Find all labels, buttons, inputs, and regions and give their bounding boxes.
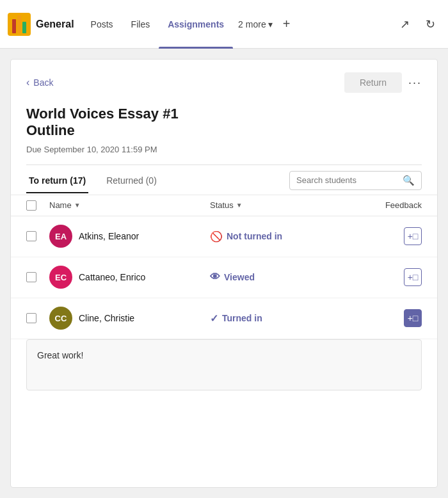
- channel-nav: Posts Files Assignments 2 more ▾ +: [82, 0, 389, 49]
- nav-action-buttons: ↗ ↻: [394, 14, 440, 35]
- expand-icon[interactable]: ↗: [394, 14, 415, 35]
- status-column-header[interactable]: Status ▼: [210, 200, 371, 210]
- table-row: CC Cline, Christie ✓ Turned in +□: [11, 298, 437, 339]
- table-row: EA Atkins, Eleanor 🚫 Not turned in +□: [11, 216, 437, 257]
- assignment-title: World Voices Essay #1 Outline: [26, 106, 422, 140]
- main-content-panel: ‹ Back Return ··· World Voices Essay #1 …: [10, 59, 438, 488]
- name-column-header[interactable]: Name ▼: [49, 200, 210, 210]
- chevron-down-icon: ▾: [268, 19, 273, 29]
- row-checkbox-0[interactable]: [26, 231, 36, 241]
- nav-more[interactable]: 2 more ▾: [233, 19, 278, 29]
- tab-to-return[interactable]: To return (17): [26, 168, 88, 193]
- nav-files[interactable]: Files: [122, 0, 159, 49]
- add-tab-button[interactable]: +: [278, 17, 296, 31]
- feedback-cell-1: +□: [371, 268, 422, 286]
- search-students-box[interactable]: 🔍: [289, 171, 422, 190]
- status-sort-icon: ▼: [236, 202, 243, 209]
- name-sort-icon: ▼: [74, 202, 81, 209]
- add-feedback-button-1[interactable]: +□: [404, 268, 422, 286]
- student-name-cell-2: CC Cline, Christie: [49, 307, 210, 330]
- select-all-checkbox[interactable]: [26, 200, 36, 211]
- feedback-text: Great work!: [37, 350, 83, 360]
- tabs-row: To return (17) Returned (0) 🔍: [11, 168, 437, 193]
- status-cell-2: ✓ Turned in: [210, 312, 371, 325]
- assignment-due-date: Due September 10, 2020 11:59 PM: [11, 142, 437, 165]
- top-navigation-bar: General Posts Files Assignments 2 more ▾…: [0, 0, 448, 49]
- status-cell-0: 🚫 Not turned in: [210, 230, 371, 243]
- search-input[interactable]: [296, 175, 399, 185]
- feedback-cell-0: +□: [371, 227, 422, 245]
- status-cell-1: 👁 Viewed: [210, 271, 371, 283]
- viewed-icon: 👁: [210, 271, 220, 283]
- top-action-row: ‹ Back Return ···: [11, 60, 437, 100]
- add-feedback-button-2[interactable]: +□: [404, 309, 422, 327]
- feedback-popup[interactable]: Great work!: [26, 339, 422, 390]
- feedback-cell-2: +□: [371, 309, 422, 327]
- channel-name: General: [36, 19, 74, 30]
- row-checkbox-1[interactable]: [26, 272, 36, 282]
- row-checkbox-2[interactable]: [26, 313, 36, 323]
- turned-in-icon: ✓: [210, 312, 218, 325]
- add-feedback-button-0[interactable]: +□: [404, 227, 422, 245]
- nav-assignments[interactable]: Assignments: [159, 0, 233, 49]
- select-all-checkbox-cell: [26, 200, 49, 211]
- refresh-icon[interactable]: ↻: [420, 14, 440, 35]
- assignment-title-block: World Voices Essay #1 Outline: [11, 100, 437, 142]
- not-turned-in-icon: 🚫: [210, 230, 223, 243]
- back-chevron-icon: ‹: [26, 77, 29, 88]
- student-name-2: Cline, Christie: [79, 313, 134, 323]
- app-logo: [8, 13, 31, 36]
- table-header-row: Name ▼ Status ▼ Feedback: [11, 195, 437, 216]
- student-name-0: Atkins, Eleanor: [79, 231, 139, 241]
- avatar: CC: [49, 307, 72, 330]
- table-row: EC Cattaneo, Enrico 👁 Viewed +□: [11, 257, 437, 298]
- more-options-button[interactable]: ···: [408, 76, 422, 90]
- section-divider: [26, 165, 422, 165]
- avatar: EC: [49, 266, 72, 289]
- avatar: EA: [49, 225, 72, 248]
- back-button[interactable]: ‹ Back: [26, 77, 53, 88]
- student-name-cell-1: EC Cattaneo, Enrico: [49, 266, 210, 289]
- top-right-actions: Return ···: [344, 72, 422, 93]
- search-icon: 🔍: [403, 175, 415, 186]
- return-button[interactable]: Return: [344, 72, 402, 93]
- student-name-1: Cattaneo, Enrico: [79, 272, 145, 282]
- student-name-cell-0: EA Atkins, Eleanor: [49, 225, 210, 248]
- tab-returned[interactable]: Returned (0): [104, 168, 159, 193]
- feedback-column-header: Feedback: [371, 200, 422, 210]
- nav-posts[interactable]: Posts: [82, 0, 122, 49]
